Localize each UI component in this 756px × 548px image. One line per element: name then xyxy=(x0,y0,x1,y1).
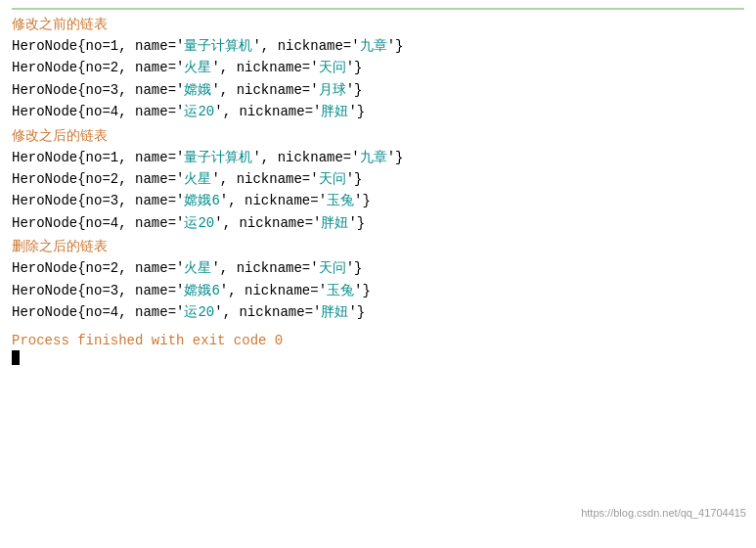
before-line-4: HeroNode{no=4, name='运20', nickname='胖妞'… xyxy=(12,101,744,122)
before-line-1: HeroNode{no=1, name='量子计算机', nickname='九… xyxy=(12,35,744,57)
before-line-2: HeroNode{no=2, name='火星', nickname='天问'} xyxy=(12,57,744,78)
deleted-label: 删除之后的链表 xyxy=(12,238,744,255)
before-label: 修改之前的链表 xyxy=(12,16,744,33)
after-line-4: HeroNode{no=4, name='运20', nickname='胖妞'… xyxy=(12,212,744,234)
before-line-3: HeroNode{no=3, name='嫦娥', nickname='月球'} xyxy=(12,79,744,101)
deleted-line-1: HeroNode{no=2, name='火星', nickname='天问'} xyxy=(12,257,744,279)
watermark: https://blog.csdn.net/qq_41704415 xyxy=(581,507,746,519)
after-label: 修改之后的链表 xyxy=(12,127,744,145)
process-finished-line: Process finished with exit code 0 xyxy=(12,333,744,348)
deleted-line-2: HeroNode{no=3, name='嫦娥6', nickname='玉兔'… xyxy=(12,280,744,301)
top-separator xyxy=(12,8,744,10)
deleted-line-3: HeroNode{no=4, name='运20', nickname='胖妞'… xyxy=(12,301,744,323)
cursor-line xyxy=(12,350,744,365)
after-line-1: HeroNode{no=1, name='量子计算机', nickname='九… xyxy=(12,147,744,168)
text-cursor xyxy=(12,350,20,365)
after-line-2: HeroNode{no=2, name='火星', nickname='天问'} xyxy=(12,168,744,190)
console-output: 修改之前的链表 HeroNode{no=1, name='量子计算机', nic… xyxy=(0,0,756,548)
after-line-3: HeroNode{no=3, name='嫦娥6', nickname='玉兔'… xyxy=(12,190,744,211)
